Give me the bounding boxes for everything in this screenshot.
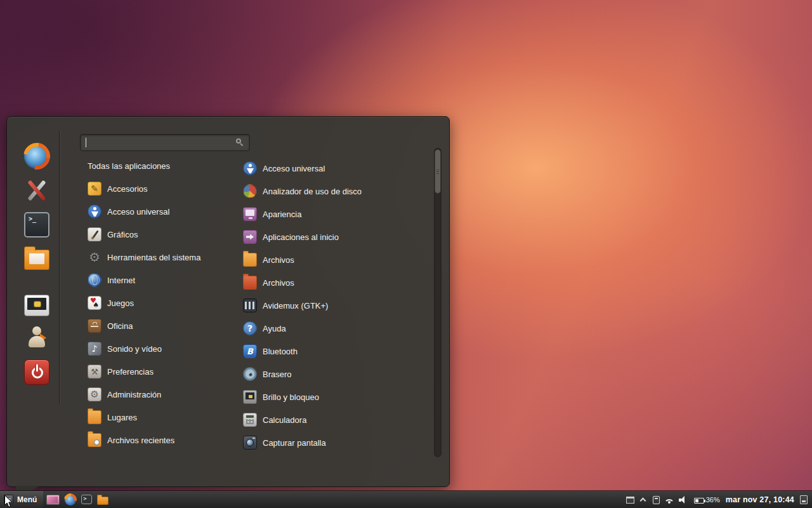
system-tools-icon: [88, 250, 102, 264]
application-label: Acceso universal: [263, 164, 325, 173]
category-label: Internet: [107, 276, 135, 285]
category-item[interactable]: Lugares: [88, 406, 239, 429]
application-item[interactable]: Calculadora: [243, 408, 428, 431]
favorite-tools[interactable]: [24, 178, 49, 203]
application-item[interactable]: Ayuda: [243, 317, 428, 340]
bluetooth-icon: [243, 344, 257, 358]
category-label: Herramientas del sistema: [107, 253, 200, 262]
application-label: Bluetooth: [263, 347, 298, 356]
category-item[interactable]: Juegos: [88, 291, 239, 314]
menu-button[interactable]: Menú: [0, 491, 43, 508]
session-shutdown[interactable]: [24, 359, 49, 385]
office-icon: [88, 319, 102, 333]
accessibility-icon: [243, 161, 257, 175]
category-item[interactable]: Archivos recientes: [88, 429, 239, 451]
terminal-icon: [25, 213, 48, 236]
applet-icon[interactable]: [653, 496, 660, 504]
files-folder-icon: [243, 253, 257, 267]
application-item[interactable]: Acceso universal: [243, 157, 428, 180]
application-item[interactable]: Brillo y bloqueo: [243, 385, 428, 408]
category-item[interactable]: Gráficos: [88, 223, 239, 246]
application-label: Aplicaciones al inicio: [263, 232, 339, 242]
application-label: Calculadora: [263, 415, 306, 425]
launcher-terminal[interactable]: [81, 495, 92, 504]
category-item[interactable]: Oficina: [88, 314, 239, 337]
favorite-firefox[interactable]: [24, 144, 49, 169]
application-label: Apariencia: [263, 210, 301, 219]
category-label: Todas las aplicaciones: [88, 161, 170, 171]
brasero-icon: [243, 367, 257, 381]
avidemux-icon: [243, 298, 257, 312]
category-item[interactable]: Todas las aplicaciones: [88, 154, 239, 177]
session-logout[interactable]: [24, 325, 49, 351]
application-label: Avidemux (GTK+): [263, 301, 328, 311]
category-label: Oficina: [107, 321, 133, 331]
accessories-icon: [88, 182, 102, 196]
volume-icon[interactable]: [679, 496, 688, 504]
category-label: Juegos: [107, 298, 134, 308]
category-item[interactable]: Administración: [88, 383, 239, 406]
category-label: Administración: [107, 390, 161, 399]
shutdown-icon: [25, 360, 49, 384]
application-menu: Todas las aplicacionesAccesoriosAcceso u…: [6, 116, 450, 487]
screenshot-icon: [243, 436, 257, 450]
favorites-column: [18, 144, 56, 385]
startup-apps-icon: [243, 230, 257, 244]
sound-video-icon: [88, 342, 102, 356]
show-desktop-button[interactable]: [800, 495, 808, 504]
favorite-files[interactable]: [24, 250, 49, 270]
application-item[interactable]: Brasero: [243, 363, 428, 385]
session-lock-screen[interactable]: [24, 295, 49, 316]
firefox-icon: [24, 144, 49, 169]
battery-icon: [694, 498, 704, 504]
category-label: Acceso universal: [107, 207, 169, 217]
places-icon: [88, 410, 102, 424]
logout-icon: [24, 325, 49, 351]
application-item[interactable]: Avidemux (GTK+): [243, 294, 428, 317]
accessibility-icon: [88, 204, 102, 218]
games-icon: [88, 296, 102, 310]
category-label: Accesorios: [107, 184, 148, 194]
application-item[interactable]: Aplicaciones al inicio: [243, 225, 428, 248]
bottom-panel: Menú 36% mar nov 27, 10:44: [0, 491, 812, 508]
terminal-icon: [81, 495, 92, 504]
favorites-group: [24, 144, 49, 270]
category-label: Sonido y vídeo: [107, 344, 162, 354]
wifi-icon[interactable]: [664, 497, 674, 504]
launcher-screenshot-tool[interactable]: [46, 495, 60, 505]
favorites-divider: [59, 131, 60, 404]
category-item[interactable]: Accesorios: [88, 177, 239, 200]
launcher-firefox[interactable]: [65, 494, 76, 505]
category-item[interactable]: Herramientas del sistema: [88, 246, 239, 269]
application-item[interactable]: Analizador de uso de disco: [243, 180, 428, 203]
category-list: Todas las aplicacionesAccesoriosAcceso u…: [88, 154, 239, 451]
application-item[interactable]: Apariencia: [243, 203, 428, 225]
search-input[interactable]: [81, 135, 249, 150]
tools-icon: [24, 178, 49, 203]
application-item[interactable]: Capturar pantalla: [243, 431, 428, 454]
application-item[interactable]: Archivos: [243, 248, 428, 271]
category-item[interactable]: Acceso universal: [88, 200, 239, 223]
preferences-icon: [88, 364, 102, 378]
battery-percentage: 36%: [706, 496, 720, 504]
text-caret: [86, 138, 86, 147]
battery-indicator[interactable]: 36%: [694, 496, 720, 504]
category-item[interactable]: Sonido y vídeo: [88, 337, 239, 360]
scrollbar[interactable]: [434, 148, 442, 457]
system-tray: [626, 495, 688, 504]
category-item[interactable]: Preferencias: [88, 360, 239, 383]
graphics-icon: [88, 227, 102, 241]
launcher-files[interactable]: [97, 495, 108, 505]
clock[interactable]: mar nov 27, 10:44: [726, 495, 794, 504]
scrollbar-thumb[interactable]: [435, 149, 441, 194]
files-icon: [25, 250, 49, 269]
show-windows-icon[interactable]: [626, 497, 634, 504]
expand-icon[interactable]: [639, 495, 648, 504]
favorite-terminal[interactable]: [24, 212, 49, 237]
category-item[interactable]: Internet: [88, 269, 239, 291]
application-item[interactable]: Archivos: [243, 271, 428, 294]
files-folder-red-icon: [243, 276, 257, 290]
application-label: Brillo y bloqueo: [263, 392, 319, 402]
application-item[interactable]: Bluetooth: [243, 340, 428, 363]
recent-files-icon: [88, 433, 102, 447]
